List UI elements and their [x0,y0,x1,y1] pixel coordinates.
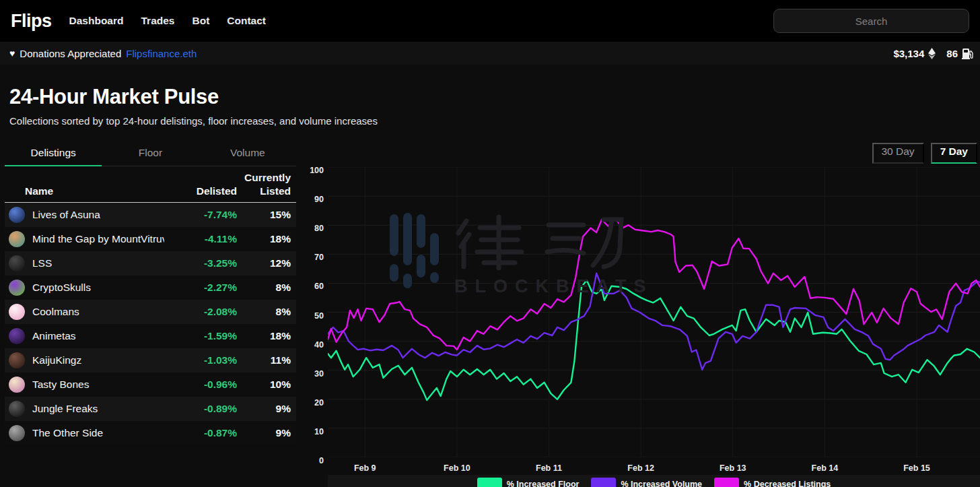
collection-avatar [9,377,25,393]
listed-value: 8% [237,282,291,294]
legend-item: % Increased Volume [591,478,702,487]
page-subtitle: Collections sorted by top 24-hour delist… [9,115,980,127]
collection-avatar [9,401,25,417]
x-tick-label: Feb 15 [903,463,930,473]
collection-avatar [9,231,25,247]
listed-value: 15% [237,209,291,221]
delisted-value: -4.11% [164,233,237,245]
heart-icon: ♥ [9,48,15,59]
y-tick-label: 80 [314,224,324,233]
x-tick-label: Feb 11 [536,463,562,473]
delisted-value: -2.08% [164,306,237,318]
x-tick-label: Feb 14 [812,463,839,473]
chart-area: 0102030405060708090100 [306,167,980,457]
collection-name: Tasty Bones [32,379,89,391]
donation-address-link[interactable]: Flipsfinance.eth [126,48,197,59]
tab-volume[interactable]: Volume [199,143,296,166]
table-row[interactable]: Mind the Gap by MountVitruvius-4.11%18% [5,227,296,251]
delisted-value: -0.96% [164,379,237,391]
collection-name: Lives of Asuna [32,209,100,221]
table-row[interactable]: Jungle Freaks-0.89%9% [5,397,296,421]
collection-name: Animetas [32,330,76,342]
listed-value: 8% [237,306,291,318]
listed-value: 9% [237,403,291,415]
delisted-value: -3.25% [164,257,237,269]
y-tick-label: 100 [310,166,324,175]
legend-swatch [714,478,739,487]
listed-value: 18% [237,330,291,342]
main-content: 24-Hour Market Pulse Collections sorted … [0,65,980,487]
legend-swatch [477,478,502,487]
table-row[interactable]: Lives of Asuna-7.74%15% [5,203,296,227]
nav-item-trades[interactable]: Trades [141,15,174,27]
collection-name: Coolmans [32,306,79,318]
collection-name: CryptoSkulls [32,282,91,294]
collection-avatar [9,328,25,344]
market-pulse-chart-panel: 30 Day 7 Day 0102030405060708090100 [296,143,980,487]
table-row[interactable]: Coolmans-2.08%8% [5,300,296,324]
x-tick-label: Feb 12 [627,463,654,473]
range-7-day-button[interactable]: 7 Day [931,143,977,164]
market-stats: $3,134 86 [893,48,973,59]
range-30-day-button[interactable]: 30 Day [872,143,924,164]
donation-message: Donations Appreciated [20,48,121,59]
column-header-delisted: Delisted [164,185,237,197]
table-row[interactable]: LSS-3.25%12% [5,251,296,275]
market-pulse-table-panel: Delistings Floor Volume Currently Name D… [5,143,296,487]
nav-item-contact[interactable]: Contact [227,15,266,27]
listed-value: 10% [237,379,291,391]
column-header-currently: Currently [9,172,291,184]
app-logo: Flips [11,11,52,32]
search-input[interactable] [773,9,969,33]
delisted-value: -1.03% [164,354,237,366]
nav-item-dashboard[interactable]: Dashboard [69,15,124,27]
tab-delistings[interactable]: Delistings [5,143,102,166]
y-tick-label: 60 [314,282,324,291]
y-tick-label: 40 [314,340,324,350]
table-row[interactable]: CryptoSkulls-2.27%8% [5,275,296,300]
eth-price: $3,134 [893,48,924,59]
collection-avatar [9,425,25,441]
delisted-value: -0.89% [164,403,237,415]
top-nav: Flips Dashboard Trades Bot Contact [0,0,980,42]
table-row[interactable]: Tasty Bones-0.96%10% [5,372,296,397]
legend-label: % Increased Floor [507,480,580,487]
line-chart [328,167,980,457]
nav-item-bot[interactable]: Bot [192,15,209,27]
collection-name: LSS [32,257,52,269]
series-line [328,273,980,370]
listed-value: 12% [237,257,291,269]
table-row[interactable]: The Other Side-0.87%9% [5,421,296,445]
legend-label: % Increased Volume [621,480,702,487]
series-line [328,280,980,400]
series-line [328,218,980,350]
y-tick-label: 0 [319,456,324,465]
legend-swatch [591,478,616,487]
x-tick-label: Feb 10 [444,463,470,473]
nav-links: Dashboard Trades Bot Contact [69,15,773,27]
listed-value: 11% [237,354,291,366]
page-title: 24-Hour Market Pulse [9,85,980,109]
column-header-name: Name [9,185,164,197]
collection-avatar [9,280,25,296]
table-header: Currently Name Delisted Listed [5,166,296,203]
y-tick-label: 50 [314,311,324,321]
x-tick-label: Feb 13 [720,463,746,473]
collection-name: Jungle Freaks [32,403,98,415]
y-tick-label: 20 [314,398,324,408]
collection-avatar [9,207,25,223]
y-tick-label: 30 [314,369,324,379]
plot-area: BLOCKBEATS [328,167,980,457]
y-tick-label: 10 [314,427,324,436]
delisted-value: -7.74% [164,209,237,221]
column-header-listed: Listed [237,185,291,197]
x-tick-label: Feb 9 [354,463,376,473]
chart-legend: % Increased Floor% Increased Volume% Dec… [328,475,980,487]
tab-floor[interactable]: Floor [102,143,199,166]
x-axis: Feb 9Feb 10Feb 11Feb 12Feb 13Feb 14Feb 1… [328,457,980,475]
collection-name: Mind the Gap by MountVitruvius [32,233,164,245]
table-row[interactable]: KaijuKingz-1.03%11% [5,348,296,372]
table-row[interactable]: Animetas-1.59%18% [5,324,296,348]
sort-tabs: Delistings Floor Volume [5,143,296,166]
collection-rows: Lives of Asuna-7.74%15%Mind the Gap by M… [5,203,296,445]
